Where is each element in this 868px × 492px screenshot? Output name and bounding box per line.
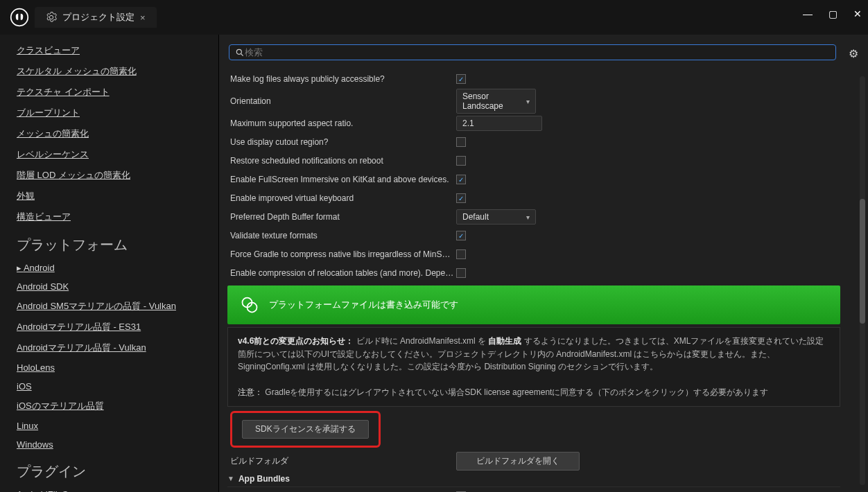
settings-icon [46,12,57,23]
sidebar-item[interactable]: 外観 [17,186,218,207]
setting-label: Restore scheduled notifications on reboo… [227,156,456,166]
setting-label: Enable improved virtual keyboard [227,193,456,203]
window-maximize[interactable]: ▢ [826,8,839,19]
chevron-down-icon: ▾ [526,213,530,221]
sidebar-item[interactable]: クラスビューア [17,40,218,61]
setting-label: Orientation [227,96,456,106]
sidebar-item[interactable]: 構造ビューア [17,207,218,227]
sidebar-item[interactable]: レベルシーケンス [17,144,218,165]
svg-point-0 [11,9,28,26]
window-close[interactable]: ✕ [851,8,864,19]
sidebar: クラスビューアスケルタル メッシュの簡素化テクスチャ インポートブループリントメ… [0,35,219,492]
sidebar-item[interactable]: ブループリント [17,103,218,123]
writable-banner: プラットフォームファイルは書き込み可能です [227,285,840,324]
titlebar: プロジェクト設定 × — ▢ ✕ [0,0,868,35]
accept-sdk-license-button[interactable]: SDKライセンスを承諾する [242,420,369,439]
build-folder-label: ビルドフォルダ [227,455,456,467]
sidebar-section-plugin: プラグイン [17,454,218,485]
search-box[interactable] [229,44,836,60]
settings-main: ⚙ Make log files always publicly accessi… [219,35,868,492]
checkbox[interactable] [456,249,466,259]
checkbox[interactable] [456,193,466,203]
sidebar-section-platform: プラットフォーム [17,227,218,258]
sidebar-item[interactable]: Androidマテリアル品質 - ES31 [17,317,218,337]
triangle-down-icon: ▼ [227,475,234,482]
sidebar-item[interactable]: Linux [17,416,218,435]
setting-label: Validate texture formats [227,231,456,240]
checkbox[interactable] [456,268,466,278]
dropdown[interactable]: Default▾ [456,209,536,225]
checkbox[interactable] [456,137,466,147]
gear-check-icon [240,295,259,315]
sidebar-item[interactable]: 階層 LOD メッシュの簡素化 [17,165,218,186]
search-icon [235,48,245,58]
svg-line-2 [241,53,243,55]
svg-point-1 [236,49,241,54]
tab-title: プロジェクト設定 [62,11,134,24]
sidebar-item[interactable]: Androidマテリアル品質 - Vulkan [17,337,218,358]
dropdown[interactable]: Sensor Landscape▾ [456,89,536,114]
sidebar-item[interactable]: iOSのマテリアル品質 [17,396,218,416]
open-build-folder-button[interactable]: ビルドフォルダを開く [456,452,580,471]
setting-label: Make log files always publicly accessibl… [227,74,456,84]
checkbox[interactable] [456,156,466,166]
checkbox[interactable] [456,175,466,184]
tab-project-settings[interactable]: プロジェクト設定 × [35,7,157,28]
sidebar-item[interactable]: HoloLens [17,358,218,377]
sidebar-item[interactable]: Windows [17,435,218,454]
section-app-bundles[interactable]: ▼ App Bundles [227,471,840,487]
sidebar-item[interactable]: AndroidFileServer [17,485,218,492]
sidebar-item[interactable]: iOS [17,377,218,396]
notice-box: v4.6前との変更点のお知らせ： ビルド時に AndroidManifest.x… [227,327,840,407]
sidebar-item[interactable]: テクスチャ インポート [17,82,218,103]
scrollbar[interactable] [860,76,865,485]
highlighted-accept-wrap: SDKライセンスを承諾する [230,411,381,448]
setting-label: Enable compression of relocation tables … [227,268,456,278]
chevron-down-icon: ▾ [526,98,530,105]
sidebar-item[interactable]: メッシュの簡素化 [17,123,218,144]
setting-label: Preferred Depth Buffer format [227,212,456,222]
tab-close[interactable]: × [140,12,146,23]
sidebar-item[interactable]: Android SDK [17,277,218,296]
text-input[interactable]: 2.1 [456,116,542,131]
setting-label: Maximum supported aspect ratio. [227,118,456,128]
window-minimize[interactable]: — [801,8,814,19]
search-input[interactable] [245,47,830,58]
setting-label: Use display cutout region? [227,137,456,147]
setting-label: Enable FullScreen Immersive on KitKat an… [227,175,456,184]
sidebar-item[interactable]: Android SM5マテリアルの品質 - Vulkan [17,296,218,317]
sidebar-item[interactable]: スケルタル メッシュの簡素化 [17,61,218,82]
unreal-logo-icon [10,8,29,27]
checkbox[interactable] [456,74,466,84]
settings-gear-icon[interactable]: ⚙ [849,47,858,60]
setting-label: Force Gradle to compress native libs irr… [227,249,456,259]
checkbox[interactable] [456,231,466,240]
sidebar-item[interactable]: Android [17,258,218,277]
